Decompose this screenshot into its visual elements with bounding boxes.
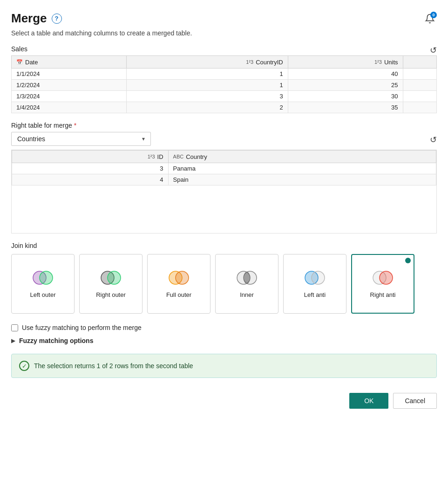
selected-indicator — [405, 258, 411, 263]
table-row[interactable]: 1/1/2024 1 40 — [12, 69, 437, 80]
cell-countryid: 3 — [127, 91, 288, 102]
notification-icon[interactable]: 0 — [423, 12, 437, 26]
sales-label: Sales — [11, 45, 437, 53]
subtitle: Select a table and matching columns to c… — [11, 29, 437, 37]
sales-table: 📅 Date 1²3 CountryID 1²3 Units — [11, 55, 437, 113]
sales-table-section: Sales ↺ 📅 Date 1²3 CountryID — [11, 45, 437, 113]
cell-countryid: 1 — [127, 80, 288, 91]
join-card-right-anti[interactable]: Right anti — [351, 254, 414, 314]
cell-countryid: 2 — [127, 102, 288, 113]
join-card-full-outer[interactable]: Full outer — [147, 254, 210, 314]
svg-point-8 — [244, 272, 250, 284]
fuzzy-checkbox[interactable] — [11, 324, 18, 331]
cell-date: 1/2/2024 — [12, 80, 127, 91]
chevron-right-icon: ▶ — [11, 337, 15, 344]
join-card-label: Left outer — [30, 291, 56, 298]
cell-countryid: 1 — [127, 69, 288, 80]
title-area: Merge ? — [11, 11, 62, 26]
join-card-label: Full outer — [166, 291, 191, 298]
countries-section: ↺ 1²3 ID ABC Country — [11, 150, 437, 233]
fuzzy-checkbox-label[interactable]: Use fuzzy matching to perform the merge — [22, 324, 142, 331]
join-cards: Left outer Right outer Full outer — [11, 254, 437, 314]
cell-empty — [403, 69, 437, 80]
cell-empty — [403, 80, 437, 91]
countries-table-wrapper: 1²3 ID ABC Country 3 — [11, 150, 437, 233]
join-card-inner[interactable]: Inner — [215, 254, 278, 314]
sales-col-countryid[interactable]: 1²3 CountryID — [127, 56, 288, 69]
cancel-button[interactable]: Cancel — [393, 393, 437, 409]
cell-date: 1/3/2024 — [12, 91, 127, 102]
status-banner: ✓ The selection returns 1 of 2 rows from… — [11, 354, 437, 378]
countries-table: 1²3 ID ABC Country 3 — [12, 150, 436, 185]
svg-point-10 — [312, 271, 325, 284]
table-row[interactable]: 4 Spain — [12, 174, 436, 185]
text-icon-1: ABC — [173, 154, 184, 159]
venn-icon-left-anti — [303, 269, 326, 288]
venn-icon-left-outer — [31, 269, 54, 288]
venn-icon-full-outer — [167, 269, 190, 288]
join-card-right-outer[interactable]: Right outer — [79, 254, 143, 314]
merge-section: Right table for merge * Countries ▾ ↺ 1²… — [11, 122, 437, 233]
venn-icon-right-anti — [371, 269, 394, 288]
help-icon[interactable]: ? — [52, 14, 62, 24]
cell-date: 1/4/2024 — [12, 102, 127, 113]
right-table-dropdown[interactable]: Countries ▾ — [11, 132, 151, 146]
cell-units: 30 — [288, 91, 403, 102]
header: Merge ? 0 — [11, 11, 437, 26]
fuzzy-options-row[interactable]: ▶ Fuzzy matching options — [11, 337, 437, 344]
join-card-left-outer[interactable]: Left outer — [11, 254, 75, 314]
countries-refresh-button[interactable]: ↺ — [430, 135, 437, 145]
ok-button[interactable]: OK — [349, 393, 388, 409]
svg-point-12 — [380, 271, 393, 284]
bottom-buttons: OK Cancel — [11, 393, 437, 409]
cell-empty — [403, 102, 437, 113]
numeric-icon-1: 1²3 — [246, 59, 253, 65]
join-card-left-anti[interactable]: Left anti — [283, 254, 346, 314]
countries-col-id[interactable]: 1²3 ID — [12, 151, 169, 163]
cell-date: 1/1/2024 — [12, 69, 127, 80]
merge-row: Countries ▾ — [11, 132, 437, 146]
numeric-icon-2: 1²3 — [374, 59, 382, 65]
join-card-label: Right anti — [370, 291, 396, 298]
join-label: Join kind — [11, 242, 437, 249]
cell-units: 40 — [288, 69, 403, 80]
fuzzy-options-label: Fuzzy matching options — [19, 337, 93, 344]
svg-point-1 — [40, 271, 53, 284]
merge-label: Right table for merge * — [11, 122, 437, 129]
table-row[interactable]: 1/3/2024 3 30 — [12, 91, 437, 102]
cell-id: 3 — [12, 163, 169, 174]
check-circle-icon: ✓ — [19, 361, 29, 371]
sales-col-units[interactable]: 1²3 Units — [288, 56, 403, 69]
chevron-down-icon: ▾ — [142, 136, 145, 142]
cell-id: 4 — [12, 174, 169, 185]
status-message: The selection returns 1 of 2 rows from t… — [34, 362, 193, 370]
cell-country: Spain — [168, 174, 436, 185]
fuzzy-checkbox-row: Use fuzzy matching to perform the merge — [11, 324, 437, 331]
table-row[interactable]: 3 Panama — [12, 163, 436, 174]
join-card-label: Right outer — [96, 291, 126, 298]
join-section: Join kind Left outer Right outer — [11, 242, 437, 314]
sales-col-empty — [403, 56, 437, 69]
countries-col-country[interactable]: ABC Country — [168, 151, 436, 163]
table-row[interactable]: 1/4/2024 2 35 — [12, 102, 437, 113]
notification-badge: 0 — [430, 12, 437, 18]
cell-country: Panama — [168, 163, 436, 174]
svg-point-3 — [108, 271, 121, 284]
cell-units: 25 — [288, 80, 403, 91]
join-card-label: Inner — [240, 291, 254, 298]
sales-col-date[interactable]: 📅 Date — [12, 56, 127, 69]
required-star: * — [74, 122, 76, 129]
join-card-label: Left anti — [304, 291, 326, 298]
svg-point-5 — [176, 271, 189, 284]
calendar-icon: 📅 — [16, 59, 23, 65]
numeric-icon-3: 1²3 — [148, 154, 155, 159]
table-row[interactable]: 1/2/2024 1 25 — [12, 80, 437, 91]
sales-refresh-button[interactable]: ↺ — [430, 45, 437, 55]
page-title: Merge — [11, 11, 47, 26]
venn-icon-right-outer — [99, 269, 122, 288]
cell-units: 35 — [288, 102, 403, 113]
cell-empty — [403, 91, 437, 102]
venn-icon-inner — [235, 269, 258, 288]
